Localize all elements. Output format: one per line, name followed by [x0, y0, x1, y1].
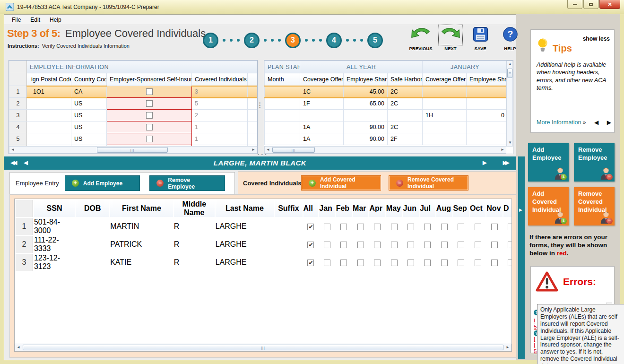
jan-employee-share-cell[interactable]: [467, 121, 508, 133]
row-number[interactable]: 2: [9, 98, 27, 110]
safe-harbor-cell[interactable]: 2F: [388, 133, 423, 145]
month-cell[interactable]: [336, 236, 352, 253]
row-number[interactable]: 4: [9, 121, 27, 133]
add-employee-tile[interactable]: Add Employee: [528, 143, 569, 182]
column-header[interactable]: Jan: [319, 200, 335, 217]
month-cell[interactable]: [453, 254, 469, 271]
checkbox[interactable]: [340, 260, 347, 266]
checkbox[interactable]: [508, 242, 512, 248]
month-cell[interactable]: [319, 218, 335, 235]
employee-entry-tab[interactable]: Employee Entry Add Employee Remove Emplo…: [9, 172, 235, 194]
tips-next-icon[interactable]: [607, 119, 611, 126]
column-header[interactable]: Safe Harbor: [388, 73, 423, 86]
remove-employee-button[interactable]: Remove Employee: [149, 175, 225, 191]
column-header[interactable]: Apr: [369, 200, 385, 217]
month-cell[interactable]: [470, 236, 485, 253]
dob-cell[interactable]: [76, 218, 109, 235]
month-cell[interactable]: [386, 236, 402, 253]
month-cell[interactable]: [319, 254, 335, 271]
row-number[interactable]: 3: [16, 254, 33, 271]
month-cell[interactable]: [319, 236, 335, 253]
country-code-cell[interactable]: CA: [71, 86, 107, 98]
remove-employee-tile[interactable]: Remove Employee: [574, 143, 615, 182]
column-header[interactable]: Last Name: [216, 200, 274, 217]
country-code-cell[interactable]: US: [71, 98, 107, 110]
checkbox[interactable]: [424, 242, 431, 248]
month-cell[interactable]: [486, 218, 503, 235]
checkbox[interactable]: [357, 242, 364, 248]
month-cell[interactable]: [453, 218, 469, 235]
last-name-cell[interactable]: LARGHE: [216, 236, 274, 253]
checkbox[interactable]: [441, 242, 448, 248]
checkbox[interactable]: [458, 260, 464, 266]
column-header[interactable]: Feb: [336, 200, 352, 217]
jan-employee-share-cell[interactable]: [467, 86, 508, 98]
jan-coverage-offer-cell[interactable]: [423, 133, 467, 145]
checkbox[interactable]: [340, 242, 347, 248]
column-header[interactable]: Employer-Sponsored Self-Insured: [107, 73, 192, 86]
column-header[interactable]: Country Code: [71, 73, 107, 86]
employee-share-cell[interactable]: 65.00: [344, 98, 388, 110]
column-header[interactable]: Coverage Offer: [423, 73, 467, 86]
checkbox[interactable]: [475, 224, 481, 230]
suffix-cell[interactable]: [275, 254, 302, 271]
ssn-cell[interactable]: 123-12-3123: [34, 254, 75, 271]
next-button[interactable]: NEXT: [437, 26, 464, 51]
coverage-offer-cell[interactable]: [300, 110, 344, 121]
grid-splitter[interactable]: •••: [259, 102, 261, 109]
jan-employee-share-cell[interactable]: [467, 98, 508, 110]
suffix-cell[interactable]: [275, 236, 302, 253]
column-header[interactable]: DOB: [76, 200, 109, 217]
middle-name-cell[interactable]: R: [174, 236, 215, 253]
menu-edit[interactable]: Edit: [26, 15, 45, 25]
jan-coverage-offer-cell[interactable]: [423, 86, 467, 98]
checkbox[interactable]: [458, 224, 464, 230]
month-cell[interactable]: [353, 218, 368, 235]
month-cell[interactable]: [353, 254, 368, 271]
checkbox[interactable]: [324, 242, 330, 248]
first-name-cell[interactable]: KATIE: [110, 254, 173, 271]
self-insured-cell[interactable]: [107, 110, 192, 121]
add-covered-individual-button[interactable]: Add Covered Individual: [302, 176, 381, 190]
checkbox[interactable]: [391, 224, 398, 230]
month-cell[interactable]: [265, 98, 300, 110]
first-name-cell[interactable]: PATRICK: [110, 236, 173, 253]
employee-share-cell[interactable]: 90.00: [344, 121, 388, 133]
month-cell[interactable]: [265, 86, 300, 98]
month-cell[interactable]: [265, 110, 300, 121]
close-button[interactable]: ✕: [599, 0, 620, 9]
month-cell[interactable]: [470, 254, 485, 271]
column-header[interactable]: D: [503, 200, 512, 217]
month-cell[interactable]: [403, 236, 419, 253]
minimize-button[interactable]: [567, 0, 582, 9]
month-cell[interactable]: [486, 236, 503, 253]
menu-file[interactable]: File: [7, 15, 26, 25]
checkbox[interactable]: [324, 260, 330, 266]
checkbox[interactable]: [475, 242, 481, 248]
checkbox[interactable]: [146, 136, 153, 142]
column-header[interactable]: Aug: [436, 200, 452, 217]
jan-coverage-offer-cell[interactable]: [423, 98, 467, 110]
checkbox[interactable]: [357, 260, 364, 266]
add-employee-button[interactable]: Add Employee: [65, 175, 140, 191]
covered-individuals-cell[interactable]: 2: [192, 110, 248, 121]
self-insured-cell[interactable]: [107, 98, 192, 110]
column-header[interactable]: Suffix: [275, 200, 302, 217]
remove-covered-individual-button[interactable]: Remove Covered Individual: [389, 176, 468, 190]
help-button[interactable]: ?HELP: [497, 26, 523, 51]
column-header[interactable]: Sep: [453, 200, 469, 217]
row-number[interactable]: 3: [9, 110, 27, 121]
checkbox[interactable]: [424, 260, 431, 266]
month-cell[interactable]: [369, 218, 385, 235]
month-cell[interactable]: [503, 236, 512, 253]
column-header[interactable]: Nov: [486, 200, 503, 217]
coverage-offer-cell[interactable]: 1A: [300, 133, 344, 145]
safe-harbor-cell[interactable]: [388, 110, 423, 121]
column-header[interactable]: ign Postal Code: [30, 73, 71, 86]
checkbox[interactable]: [307, 260, 314, 266]
menu-help[interactable]: Help: [45, 15, 66, 25]
column-header[interactable]: Jul: [420, 200, 435, 217]
h-scrollbar[interactable]: [15, 344, 511, 351]
employee-share-cell[interactable]: 90.00: [344, 133, 388, 145]
last-name-cell[interactable]: LARGHE: [216, 254, 274, 271]
